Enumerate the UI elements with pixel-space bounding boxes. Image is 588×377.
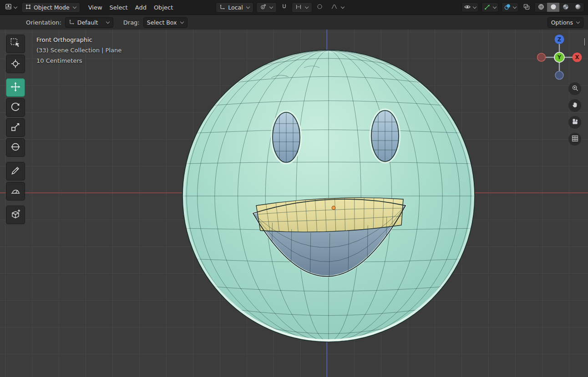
axis-x-label: X: [575, 54, 579, 60]
proportional-falloff-dropdown[interactable]: [327, 2, 348, 13]
orientation-icon: [219, 4, 226, 11]
menu-object[interactable]: Object: [150, 2, 177, 13]
drag-label: Drag:: [123, 19, 140, 26]
chevron-down-icon: [340, 5, 344, 8]
chevron-down-icon: [106, 20, 110, 23]
chevron-down-icon: [513, 5, 517, 8]
camera-view-button[interactable]: [568, 116, 581, 129]
orientation-icon: [69, 19, 75, 26]
object-origin-dot: [332, 206, 335, 210]
shading-rendered-button[interactable]: [572, 3, 584, 12]
visibility-icon: [464, 3, 471, 12]
drag-mode-value: Select Box: [147, 19, 177, 26]
chevron-down-icon: [473, 5, 476, 8]
orientation-dropdown[interactable]: Local: [216, 2, 253, 13]
tool-measure-icon: [10, 185, 21, 198]
xray-toggle[interactable]: [522, 2, 532, 13]
tool-add-cube-icon: [10, 208, 21, 221]
orientation-label: Orientation:: [26, 19, 61, 26]
tool-annotate[interactable]: [6, 162, 25, 181]
viewport-header-toggles: [461, 2, 584, 13]
pivot-point-dropdown[interactable]: [256, 2, 277, 13]
chevron-down-icon: [73, 5, 76, 8]
drag-mode-dropdown[interactable]: Select Box: [143, 17, 188, 28]
header-bar: Object Mode View Select Add Object Local: [0, 0, 588, 15]
tool-transform[interactable]: [6, 138, 25, 157]
editor-type-icon: [5, 3, 12, 11]
overlays-icon: [504, 3, 511, 12]
chevron-down-icon: [269, 5, 273, 8]
orientation-default-dropdown[interactable]: Default: [65, 17, 113, 28]
pivot-point-icon: [260, 4, 266, 11]
tool-move-icon: [10, 81, 21, 94]
tool-cursor[interactable]: [6, 55, 25, 73]
tool-measure[interactable]: [6, 182, 25, 201]
chevron-down-icon: [576, 20, 580, 23]
shading-wireframe-icon: [537, 3, 545, 12]
show-gizmos-toggle[interactable]: [482, 2, 499, 12]
chevron-down-icon: [180, 20, 183, 23]
tool-annotate-icon: [10, 165, 21, 178]
view-control-buttons: [568, 82, 581, 146]
snap-target-dropdown[interactable]: [292, 2, 312, 13]
shading-solid-button[interactable]: [547, 3, 559, 12]
navigation-axis-gizmo[interactable]: Z X Y: [537, 35, 582, 80]
proportional-editing-toggle[interactable]: [315, 2, 324, 13]
tool-transform-icon: [10, 141, 21, 154]
tool-rotate[interactable]: [6, 98, 25, 117]
pan-icon: [571, 101, 579, 111]
chevron-down-icon: [14, 5, 17, 8]
proportional-icon: [316, 3, 323, 11]
zoom-button[interactable]: [568, 82, 581, 95]
teeth-band: [256, 198, 403, 232]
axis-neg-z-ball[interactable]: [555, 71, 563, 80]
tool-cursor-icon: [10, 57, 21, 70]
shading-wireframe-button[interactable]: [535, 3, 547, 12]
chevron-down-icon: [493, 5, 497, 8]
axis-y-label: Y: [557, 54, 562, 60]
viewport-scene: [0, 30, 588, 377]
shading-material-icon: [562, 3, 569, 12]
falloff-icon: [331, 3, 338, 11]
sidebar-toggle[interactable]: [583, 38, 585, 45]
shading-material-button[interactable]: [559, 3, 572, 12]
orientation-dropdown-label: Local: [228, 4, 243, 11]
shading-solid-icon: [550, 3, 557, 12]
shading-rendered-icon: [574, 3, 582, 12]
tool-scale[interactable]: [6, 118, 25, 137]
xray-icon: [523, 3, 530, 12]
tool-add-cube[interactable]: [6, 206, 25, 224]
transform-controls-cluster: Local: [216, 2, 348, 13]
snap-target-icon: [295, 4, 302, 11]
menu-select[interactable]: Select: [106, 2, 132, 13]
chevron-down-icon: [246, 5, 249, 8]
mode-dropdown-label: Object Mode: [34, 4, 70, 11]
options-dropdown[interactable]: Options: [547, 17, 583, 28]
menu-view[interactable]: View: [85, 2, 106, 13]
tool-settings-bar: Orientation: Default Drag: Select Box Op…: [0, 15, 588, 30]
pan-button[interactable]: [568, 99, 581, 112]
axis-neg-x-ball[interactable]: [537, 53, 546, 61]
3d-viewport[interactable]: Front Orthographic (33) Scene Collection…: [0, 30, 588, 377]
show-overlays-toggle[interactable]: [502, 2, 519, 12]
tool-column: [6, 35, 25, 224]
tool-scale-icon: [10, 121, 21, 134]
ortho-grid-toggle-button[interactable]: [568, 133, 581, 146]
smiley-mesh-object[interactable]: [182, 47, 475, 345]
magnet-icon: [281, 3, 288, 11]
snap-toggle[interactable]: [279, 2, 289, 13]
options-label: Options: [551, 19, 573, 26]
tool-tweak-select[interactable]: [6, 35, 25, 53]
object-mode-icon: [25, 4, 31, 11]
object-visibility-dropdown[interactable]: [461, 2, 479, 12]
editor-type-button[interactable]: [4, 2, 19, 13]
menu-add[interactable]: Add: [132, 2, 150, 13]
zoom-icon: [571, 84, 579, 94]
tool-move[interactable]: [6, 78, 25, 97]
ortho-grid-icon: [571, 134, 579, 144]
tool-select-icon: [10, 37, 21, 50]
gizmos-icon: [484, 3, 491, 12]
mode-dropdown[interactable]: Object Mode: [21, 2, 80, 13]
orientation-value: Default: [77, 19, 103, 26]
sidebar-toggle-icon: [584, 38, 585, 45]
